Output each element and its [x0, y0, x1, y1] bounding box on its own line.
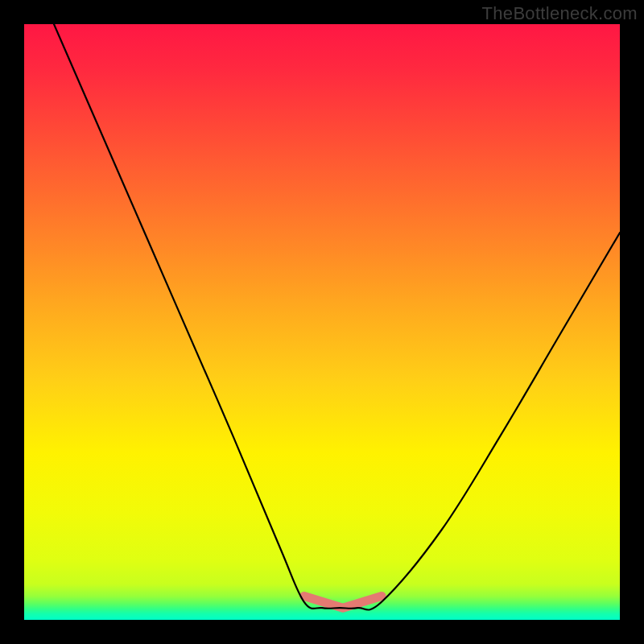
bottleneck-curve [54, 24, 620, 610]
plot-area [24, 24, 620, 620]
outer-frame: TheBottleneck.com [0, 0, 644, 644]
chart-svg [24, 24, 620, 620]
optimal-band-marker [304, 596, 382, 608]
watermark-text: TheBottleneck.com [482, 3, 638, 24]
